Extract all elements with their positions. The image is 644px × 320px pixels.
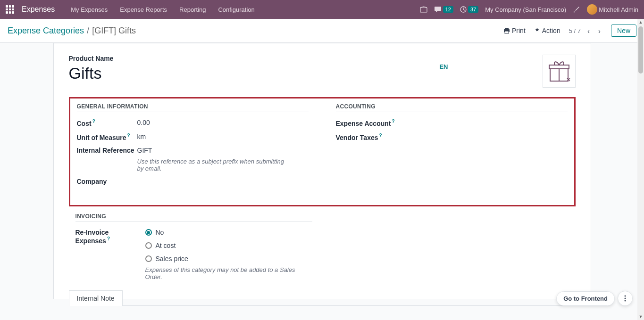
ref-value[interactable]: GIFT — [137, 147, 288, 154]
scrollbar[interactable]: ▲ ▼ — [637, 19, 644, 318]
svg-point-9 — [625, 298, 626, 299]
reinvoice-label: Re-Invoice Expenses? — [75, 229, 145, 245]
main-navbar: Expenses My Expenses Expense Reports Rep… — [0, 0, 644, 19]
control-panel-right: Print Action 5 / 7 ‹ › New — [503, 25, 636, 37]
help-icon[interactable]: ? — [379, 133, 382, 138]
tabs: Internal Note — [69, 290, 576, 306]
svg-point-10 — [625, 300, 626, 302]
expense-account-row: Expense Account? — [336, 119, 568, 127]
pager-next[interactable]: › — [596, 26, 602, 36]
action-button[interactable]: Action — [534, 27, 560, 34]
cost-label: Cost? — [77, 119, 137, 127]
ref-row: Internal Reference GIFT Use this referen… — [77, 147, 309, 172]
uom-value[interactable]: km — [137, 133, 146, 140]
nav-expense-reports[interactable]: Expense Reports — [115, 6, 172, 13]
ref-help: Use this reference as a subject prefix w… — [137, 158, 288, 172]
navbar-left: Expenses My Expenses Expense Reports Rep… — [6, 5, 259, 14]
print-button[interactable]: Print — [503, 27, 526, 34]
expense-account-label: Expense Account? — [336, 119, 395, 127]
company-selector[interactable]: My Company (San Francisco) — [485, 6, 566, 13]
form-sheet: Product Name Gifts EN — [53, 43, 591, 299]
highlighted-section: GENERAL INFORMATION Cost? 0.00 Unit of M… — [69, 97, 576, 206]
radio-no[interactable]: No — [145, 229, 296, 236]
radio-icon — [145, 229, 152, 236]
help-icon[interactable]: ? — [107, 236, 110, 241]
title-block: Product Name Gifts — [69, 55, 114, 82]
uom-label: Unit of Measure? — [77, 133, 137, 141]
radio-sales-price[interactable]: Sales price — [145, 255, 296, 263]
mail-icon[interactable] — [420, 6, 427, 13]
reinvoice-help: Expenses of this category may not be add… — [145, 266, 296, 280]
general-info-column: GENERAL INFORMATION Cost? 0.00 Unit of M… — [70, 103, 315, 191]
radio-at-cost[interactable]: At cost — [145, 242, 296, 249]
invoicing-section: INVOICING Re-Invoice Expenses? No At cos… — [69, 213, 576, 280]
product-name-label: Product Name — [69, 55, 114, 62]
radio-icon — [145, 255, 152, 262]
vendor-taxes-row: Vendor Taxes? — [336, 133, 568, 141]
title-right: EN — [439, 55, 575, 88]
lang-indicator[interactable]: EN — [439, 63, 448, 70]
cost-value[interactable]: 0.00 — [137, 119, 150, 126]
help-icon[interactable]: ? — [392, 119, 394, 124]
company-row: Company — [77, 178, 309, 185]
breadcrumb-parent[interactable]: Expense Categories — [8, 26, 84, 36]
reinvoice-value-block: No At cost Sales price Expenses of this … — [145, 229, 296, 280]
tools-icon[interactable] — [573, 6, 580, 13]
ref-value-block: GIFT Use this reference as a subject pre… — [137, 147, 288, 172]
general-info-header: GENERAL INFORMATION — [77, 103, 309, 112]
svg-rect-7 — [549, 65, 569, 69]
vendor-taxes-label: Vendor Taxes? — [336, 133, 382, 141]
nav-my-expenses[interactable]: My Expenses — [66, 6, 112, 13]
pager: 5 / 7 ‹ › — [569, 26, 602, 36]
product-name[interactable]: Gifts — [69, 64, 114, 82]
reinvoice-radio-group: No At cost Sales price — [145, 229, 296, 263]
two-column-layout: GENERAL INFORMATION Cost? 0.00 Unit of M… — [70, 103, 574, 191]
more-actions-button[interactable] — [618, 291, 633, 306]
breadcrumb: Expense Categories / [GIFT] Gifts — [8, 26, 136, 36]
control-panel: Expense Categories / [GIFT] Gifts Print … — [0, 19, 644, 43]
messages-icon[interactable]: 12 — [434, 6, 453, 13]
svg-rect-0 — [420, 8, 427, 12]
user-name: Mitchell Admin — [599, 6, 638, 13]
breadcrumb-current: [GIFT] Gifts — [92, 26, 136, 36]
navbar-brand[interactable]: Expenses — [22, 5, 55, 14]
tab-internal-note[interactable]: Internal Note — [69, 290, 123, 306]
uom-row: Unit of Measure? km — [77, 133, 309, 141]
help-icon[interactable]: ? — [92, 119, 95, 124]
accounting-header: ACCOUNTING — [336, 103, 568, 112]
scroll-up-icon[interactable]: ▲ — [637, 19, 644, 25]
svg-point-8 — [625, 295, 626, 297]
product-image[interactable] — [543, 55, 576, 88]
nav-reporting[interactable]: Reporting — [175, 6, 210, 13]
invoicing-header: INVOICING — [75, 213, 312, 222]
nav-configuration[interactable]: Configuration — [213, 6, 259, 13]
help-icon[interactable]: ? — [127, 133, 130, 138]
pager-position: 5 / 7 — [569, 27, 581, 34]
svg-rect-2 — [505, 28, 509, 29]
navbar-right: 12 37 My Company (San Francisco) Mitchel… — [420, 4, 638, 15]
activities-badge: 37 — [468, 6, 478, 13]
accounting-column: ACCOUNTING Expense Account? Vendor Taxes… — [329, 103, 574, 191]
floating-actions: Go to Frontend — [556, 291, 633, 306]
breadcrumb-separator: / — [87, 26, 89, 36]
scroll-down-icon[interactable]: ▼ — [637, 313, 644, 318]
user-menu[interactable]: Mitchell Admin — [587, 4, 638, 15]
avatar — [587, 4, 597, 15]
apps-icon[interactable] — [6, 5, 14, 14]
reinvoice-row: Re-Invoice Expenses? No At cost — [75, 229, 569, 280]
pager-prev[interactable]: ‹ — [585, 26, 592, 36]
cost-row: Cost? 0.00 — [77, 119, 309, 127]
go-to-frontend-button[interactable]: Go to Frontend — [556, 291, 615, 306]
scrollbar-thumb[interactable] — [638, 26, 643, 74]
ref-label: Internal Reference — [77, 147, 137, 154]
svg-rect-4 — [505, 31, 509, 33]
activities-icon[interactable]: 37 — [460, 6, 478, 13]
title-row: Product Name Gifts EN — [69, 55, 576, 88]
company-label: Company — [77, 178, 137, 185]
messages-badge: 12 — [443, 6, 453, 13]
radio-icon — [145, 242, 152, 249]
new-button[interactable]: New — [611, 25, 636, 37]
content-area: Product Name Gifts EN — [0, 43, 644, 318]
